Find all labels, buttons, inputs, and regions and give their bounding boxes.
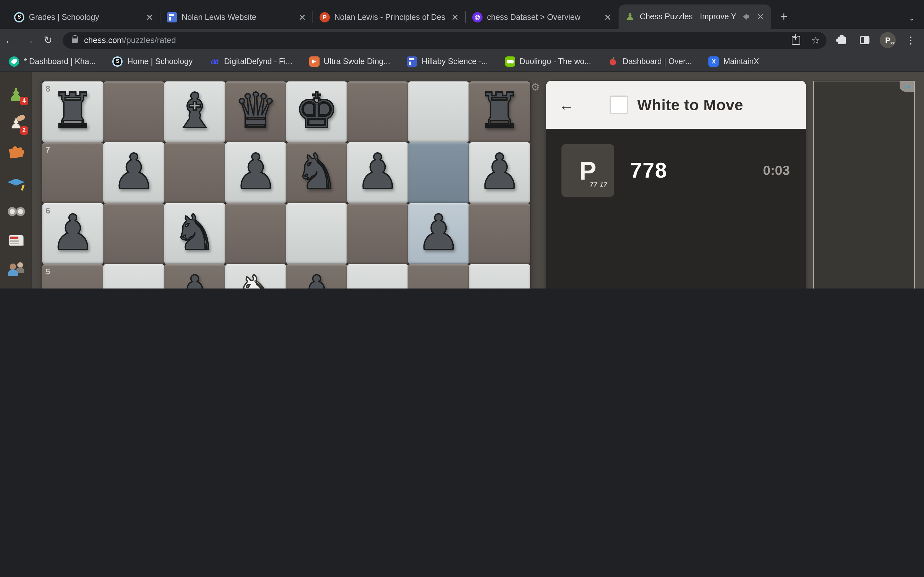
piece-b-p-g6[interactable]: ♟ (408, 203, 469, 264)
bookmark-schoology[interactable]: SHome | Schoology (113, 56, 193, 66)
piece-b-k-e8[interactable]: ♚ (286, 81, 347, 142)
sidebar-item-news[interactable] (6, 231, 26, 250)
square-g5[interactable] (408, 264, 469, 288)
bookmark-duolingo[interactable]: Duolingo - The wo... (505, 56, 591, 66)
browser-menu-icon[interactable]: ⋮ (906, 34, 916, 46)
newspaper-icon (9, 235, 23, 245)
square-h5[interactable] (469, 264, 530, 288)
tab-nolan-lewis-website[interactable]: Nolan Lewis Website ✕ (160, 5, 313, 29)
tab-grades-schoology[interactable]: S Grades | Schoology ✕ (8, 5, 160, 29)
puzzle-rating: 778 (630, 158, 667, 183)
side-panel-icon[interactable] (860, 36, 869, 44)
board-settings-gear-icon[interactable]: ⚙ (531, 81, 540, 93)
square-b5[interactable] (103, 264, 164, 288)
square-b8[interactable] (103, 81, 164, 142)
tab-principles-of-design[interactable]: P Nolan Lewis - Principles of Des ✕ (313, 5, 466, 29)
profile-initial: P (885, 35, 890, 45)
piece-b-b-c8[interactable]: ♝ (164, 81, 225, 142)
piece-b-p-e5[interactable]: ♟ (286, 264, 347, 288)
hillaby-science-icon (407, 56, 417, 66)
bookmark-dashboard-over[interactable]: Dashboard | Over... (607, 56, 692, 66)
tab-close-icon[interactable]: ✕ (602, 12, 614, 22)
back-arrow-icon[interactable]: ← (559, 96, 574, 114)
piece-b-q-d8[interactable]: ♛ (225, 81, 286, 142)
piece-b-n-c6[interactable]: ♞ (164, 203, 225, 264)
chesscom-sidebar: ♟ 4 ♟ 2 ◐ → ⚙ ? (0, 72, 32, 288)
tab-close-icon[interactable]: ✕ (297, 12, 308, 22)
puzzles-badge: 2 (20, 126, 28, 135)
new-tab-button[interactable]: + (771, 10, 796, 29)
square-h6[interactable] (469, 203, 530, 264)
piece-b-p-h7[interactable]: ♟ (469, 142, 530, 203)
bookmark-hillaby-science[interactable]: Hillaby Science -... (407, 56, 488, 66)
tab-close-icon[interactable]: ✕ (144, 12, 155, 22)
address-bar[interactable]: chess.com/puzzles/rated ☆ (63, 32, 827, 48)
piece-b-p-d7[interactable]: ♟ (225, 142, 286, 203)
piece-b-p-a6[interactable]: ♟ (42, 203, 103, 264)
reload-button[interactable]: ↻ (39, 34, 58, 46)
tab-close-icon[interactable]: ✕ (449, 12, 461, 22)
piece-b-p-f7[interactable]: ♟ (347, 142, 408, 203)
square-c7[interactable] (164, 142, 225, 203)
panel-title: White to Move (637, 96, 743, 114)
avatar-letter: P (579, 156, 596, 185)
bookmark-ultra-swole[interactable]: ▶Ultra Swole Ding... (309, 56, 390, 66)
bookmark-label: MaintainX (724, 57, 759, 66)
maintainx-icon: X (709, 56, 719, 66)
bookmark-digitaldefynd[interactable]: ddDigitalDefynd - Fi... (210, 56, 292, 66)
square-d6[interactable] (225, 203, 286, 264)
sidebar-item-lessons[interactable] (6, 172, 26, 192)
schoology-icon: S (113, 56, 123, 66)
extensions-icon[interactable] (838, 36, 846, 44)
url-text: chess.com/puzzles/rated (84, 35, 792, 45)
binoculars-icon (7, 206, 25, 216)
tab-chess-dataset[interactable]: @ chess Dataset > Overview ✕ (466, 5, 619, 29)
sidebar-item-social[interactable] (6, 259, 26, 279)
square-f8[interactable] (347, 81, 408, 142)
back-button[interactable]: ← (0, 34, 19, 46)
tab-chess-puzzles-active[interactable]: ♟ Chess Puzzles - Improve Y ✕ (619, 5, 771, 29)
forward-button[interactable]: → (19, 34, 39, 46)
sidebar-item-learn[interactable] (6, 143, 26, 162)
profile-avatar[interactable]: P77 (880, 32, 896, 48)
piece-b-r-h8[interactable]: ♜ (469, 81, 530, 142)
bookmark-label: Ultra Swole Ding... (324, 57, 390, 66)
square-a5[interactable]: 5 (42, 264, 103, 288)
tab-title: chess Dataset > Overview (487, 13, 598, 21)
puzzle-piece-icon (9, 147, 23, 158)
bookmark-khan-academy[interactable]: * Dashboard | Kha... (9, 56, 96, 66)
tab-strip: S Grades | Schoology ✕ Nolan Lewis Websi… (0, 0, 924, 29)
piece-b-p-b7[interactable]: ♟ (103, 142, 164, 203)
square-g7[interactable] (408, 142, 469, 203)
piece-b-p-c5[interactable]: ♟ (164, 264, 225, 288)
dataset-site-favicon: @ (472, 12, 483, 22)
tab-title: Grades | Schoology (29, 13, 140, 21)
piece-w-n-d5[interactable]: ♞ (225, 264, 286, 288)
piece-b-n-e7[interactable]: ♞ (286, 142, 347, 203)
square-f5[interactable] (347, 264, 408, 288)
tab-close-icon[interactable]: ✕ (755, 11, 766, 22)
bookmark-label: Duolingo - The wo... (519, 57, 591, 66)
sidebar-item-play[interactable]: ♟ 4 (6, 85, 26, 104)
white-to-move-square (610, 95, 628, 114)
sidebar-item-puzzles[interactable]: ♟ 2 (6, 114, 26, 133)
piece-b-r-a8[interactable]: ♜ (42, 81, 103, 142)
adchoices-icon[interactable]: ▷i (900, 81, 914, 92)
bookmark-star-icon[interactable]: ☆ (811, 34, 820, 46)
sidebar-item-watch[interactable] (6, 201, 26, 221)
page-content: ♟ 4 ♟ 2 ◐ → ⚙ ? 87654321abcdefgh♜♝♛♚♜♟♟♞… (0, 72, 924, 288)
bookmark-maintainx[interactable]: XMaintainX (709, 56, 759, 66)
tab-search-chevron-icon[interactable]: ⌄ (909, 13, 915, 23)
ad-placeholder: ▷i (813, 81, 915, 288)
rank-label: 7 (45, 145, 50, 155)
square-f6[interactable] (347, 203, 408, 264)
digitaldefynd-icon: dd (210, 56, 220, 66)
duolingo-icon (505, 56, 515, 66)
square-b6[interactable] (103, 203, 164, 264)
square-e6[interactable] (286, 203, 347, 264)
chess-board[interactable]: 87654321abcdefgh♜♝♛♚♜♟♟♞♟♟♟♞♟♟♞♟♟♟♞♟♟♟♟♟… (42, 81, 530, 288)
square-g8[interactable] (408, 81, 469, 142)
lock-icon[interactable] (72, 39, 78, 43)
share-icon[interactable] (792, 35, 800, 45)
square-a7[interactable]: 7 (42, 142, 103, 203)
